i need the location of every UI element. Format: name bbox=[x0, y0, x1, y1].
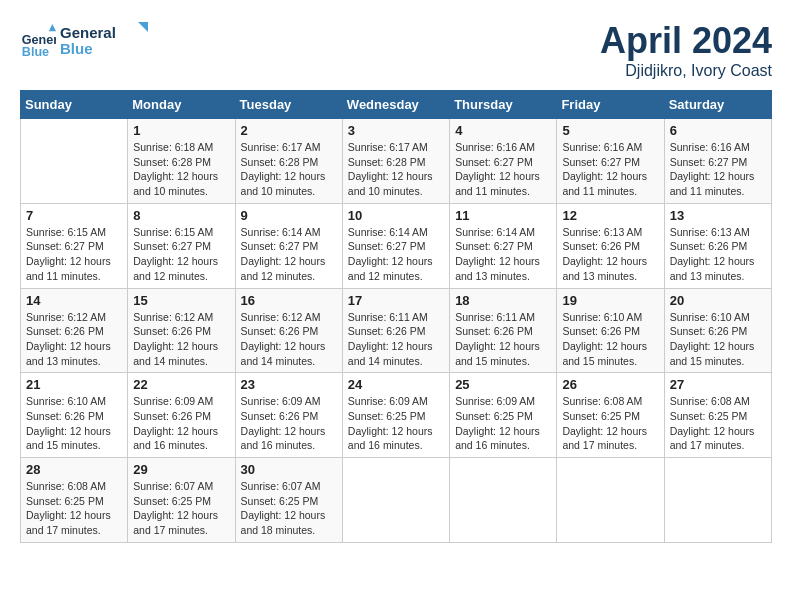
day-number: 8 bbox=[133, 208, 229, 223]
day-number: 7 bbox=[26, 208, 122, 223]
svg-marker-5 bbox=[138, 22, 148, 32]
day-number: 24 bbox=[348, 377, 444, 392]
svg-marker-2 bbox=[49, 24, 56, 31]
calendar-cell: 2Sunrise: 6:17 AMSunset: 6:28 PMDaylight… bbox=[235, 119, 342, 204]
calendar-cell: 26Sunrise: 6:08 AMSunset: 6:25 PMDayligh… bbox=[557, 373, 664, 458]
calendar-cell: 18Sunrise: 6:11 AMSunset: 6:26 PMDayligh… bbox=[450, 288, 557, 373]
day-info: Sunrise: 6:08 AMSunset: 6:25 PMDaylight:… bbox=[562, 394, 658, 453]
day-number: 10 bbox=[348, 208, 444, 223]
day-info: Sunrise: 6:12 AMSunset: 6:26 PMDaylight:… bbox=[241, 310, 337, 369]
day-info: Sunrise: 6:10 AMSunset: 6:26 PMDaylight:… bbox=[26, 394, 122, 453]
page-header: General Blue General Blue April 2024 Dji… bbox=[20, 20, 772, 80]
day-info: Sunrise: 6:09 AMSunset: 6:26 PMDaylight:… bbox=[133, 394, 229, 453]
day-number: 15 bbox=[133, 293, 229, 308]
calendar-cell: 11Sunrise: 6:14 AMSunset: 6:27 PMDayligh… bbox=[450, 203, 557, 288]
day-number: 14 bbox=[26, 293, 122, 308]
day-info: Sunrise: 6:14 AMSunset: 6:27 PMDaylight:… bbox=[348, 225, 444, 284]
calendar-week-4: 28Sunrise: 6:08 AMSunset: 6:25 PMDayligh… bbox=[21, 458, 772, 543]
location: Djidjikro, Ivory Coast bbox=[600, 62, 772, 80]
day-info: Sunrise: 6:09 AMSunset: 6:25 PMDaylight:… bbox=[348, 394, 444, 453]
calendar-cell: 23Sunrise: 6:09 AMSunset: 6:26 PMDayligh… bbox=[235, 373, 342, 458]
calendar-cell: 30Sunrise: 6:07 AMSunset: 6:25 PMDayligh… bbox=[235, 458, 342, 543]
calendar-cell bbox=[557, 458, 664, 543]
day-info: Sunrise: 6:12 AMSunset: 6:26 PMDaylight:… bbox=[133, 310, 229, 369]
day-info: Sunrise: 6:14 AMSunset: 6:27 PMDaylight:… bbox=[455, 225, 551, 284]
day-number: 5 bbox=[562, 123, 658, 138]
day-number: 18 bbox=[455, 293, 551, 308]
svg-text:Blue: Blue bbox=[60, 40, 93, 57]
calendar-cell: 8Sunrise: 6:15 AMSunset: 6:27 PMDaylight… bbox=[128, 203, 235, 288]
calendar-cell: 29Sunrise: 6:07 AMSunset: 6:25 PMDayligh… bbox=[128, 458, 235, 543]
day-info: Sunrise: 6:13 AMSunset: 6:26 PMDaylight:… bbox=[562, 225, 658, 284]
calendar-cell: 28Sunrise: 6:08 AMSunset: 6:25 PMDayligh… bbox=[21, 458, 128, 543]
day-number: 4 bbox=[455, 123, 551, 138]
day-header-friday: Friday bbox=[557, 91, 664, 119]
day-info: Sunrise: 6:08 AMSunset: 6:25 PMDaylight:… bbox=[670, 394, 766, 453]
calendar-cell: 5Sunrise: 6:16 AMSunset: 6:27 PMDaylight… bbox=[557, 119, 664, 204]
day-info: Sunrise: 6:10 AMSunset: 6:26 PMDaylight:… bbox=[670, 310, 766, 369]
day-number: 12 bbox=[562, 208, 658, 223]
day-info: Sunrise: 6:18 AMSunset: 6:28 PMDaylight:… bbox=[133, 140, 229, 199]
day-number: 22 bbox=[133, 377, 229, 392]
day-number: 29 bbox=[133, 462, 229, 477]
day-number: 28 bbox=[26, 462, 122, 477]
day-header-tuesday: Tuesday bbox=[235, 91, 342, 119]
day-info: Sunrise: 6:09 AMSunset: 6:26 PMDaylight:… bbox=[241, 394, 337, 453]
day-number: 9 bbox=[241, 208, 337, 223]
day-number: 27 bbox=[670, 377, 766, 392]
day-info: Sunrise: 6:17 AMSunset: 6:28 PMDaylight:… bbox=[241, 140, 337, 199]
day-header-monday: Monday bbox=[128, 91, 235, 119]
calendar-cell: 10Sunrise: 6:14 AMSunset: 6:27 PMDayligh… bbox=[342, 203, 449, 288]
day-number: 1 bbox=[133, 123, 229, 138]
calendar-week-1: 7Sunrise: 6:15 AMSunset: 6:27 PMDaylight… bbox=[21, 203, 772, 288]
day-info: Sunrise: 6:14 AMSunset: 6:27 PMDaylight:… bbox=[241, 225, 337, 284]
day-info: Sunrise: 6:07 AMSunset: 6:25 PMDaylight:… bbox=[133, 479, 229, 538]
day-number: 26 bbox=[562, 377, 658, 392]
day-info: Sunrise: 6:13 AMSunset: 6:26 PMDaylight:… bbox=[670, 225, 766, 284]
calendar-week-2: 14Sunrise: 6:12 AMSunset: 6:26 PMDayligh… bbox=[21, 288, 772, 373]
day-number: 30 bbox=[241, 462, 337, 477]
day-header-wednesday: Wednesday bbox=[342, 91, 449, 119]
month-title: April 2024 bbox=[600, 20, 772, 62]
calendar-week-3: 21Sunrise: 6:10 AMSunset: 6:26 PMDayligh… bbox=[21, 373, 772, 458]
day-info: Sunrise: 6:16 AMSunset: 6:27 PMDaylight:… bbox=[562, 140, 658, 199]
calendar-cell: 25Sunrise: 6:09 AMSunset: 6:25 PMDayligh… bbox=[450, 373, 557, 458]
day-number: 21 bbox=[26, 377, 122, 392]
calendar-cell: 20Sunrise: 6:10 AMSunset: 6:26 PMDayligh… bbox=[664, 288, 771, 373]
day-info: Sunrise: 6:12 AMSunset: 6:26 PMDaylight:… bbox=[26, 310, 122, 369]
calendar-cell bbox=[450, 458, 557, 543]
day-info: Sunrise: 6:15 AMSunset: 6:27 PMDaylight:… bbox=[26, 225, 122, 284]
day-info: Sunrise: 6:10 AMSunset: 6:26 PMDaylight:… bbox=[562, 310, 658, 369]
calendar-week-0: 1Sunrise: 6:18 AMSunset: 6:28 PMDaylight… bbox=[21, 119, 772, 204]
day-info: Sunrise: 6:11 AMSunset: 6:26 PMDaylight:… bbox=[455, 310, 551, 369]
day-number: 19 bbox=[562, 293, 658, 308]
calendar-cell: 6Sunrise: 6:16 AMSunset: 6:27 PMDaylight… bbox=[664, 119, 771, 204]
day-header-sunday: Sunday bbox=[21, 91, 128, 119]
day-info: Sunrise: 6:15 AMSunset: 6:27 PMDaylight:… bbox=[133, 225, 229, 284]
calendar-cell: 9Sunrise: 6:14 AMSunset: 6:27 PMDaylight… bbox=[235, 203, 342, 288]
logo: General Blue General Blue bbox=[20, 20, 150, 64]
calendar-cell bbox=[21, 119, 128, 204]
day-number: 6 bbox=[670, 123, 766, 138]
calendar-cell: 4Sunrise: 6:16 AMSunset: 6:27 PMDaylight… bbox=[450, 119, 557, 204]
logo-svg: General Blue bbox=[60, 20, 150, 60]
day-number: 11 bbox=[455, 208, 551, 223]
calendar-cell: 22Sunrise: 6:09 AMSunset: 6:26 PMDayligh… bbox=[128, 373, 235, 458]
day-info: Sunrise: 6:08 AMSunset: 6:25 PMDaylight:… bbox=[26, 479, 122, 538]
calendar-cell: 24Sunrise: 6:09 AMSunset: 6:25 PMDayligh… bbox=[342, 373, 449, 458]
calendar-cell: 15Sunrise: 6:12 AMSunset: 6:26 PMDayligh… bbox=[128, 288, 235, 373]
svg-text:General: General bbox=[60, 24, 116, 41]
day-number: 16 bbox=[241, 293, 337, 308]
calendar-cell: 12Sunrise: 6:13 AMSunset: 6:26 PMDayligh… bbox=[557, 203, 664, 288]
calendar-cell: 16Sunrise: 6:12 AMSunset: 6:26 PMDayligh… bbox=[235, 288, 342, 373]
day-info: Sunrise: 6:07 AMSunset: 6:25 PMDaylight:… bbox=[241, 479, 337, 538]
day-number: 3 bbox=[348, 123, 444, 138]
calendar-table: SundayMondayTuesdayWednesdayThursdayFrid… bbox=[20, 90, 772, 543]
day-number: 2 bbox=[241, 123, 337, 138]
calendar-cell: 7Sunrise: 6:15 AMSunset: 6:27 PMDaylight… bbox=[21, 203, 128, 288]
day-number: 20 bbox=[670, 293, 766, 308]
day-info: Sunrise: 6:17 AMSunset: 6:28 PMDaylight:… bbox=[348, 140, 444, 199]
day-number: 13 bbox=[670, 208, 766, 223]
day-header-thursday: Thursday bbox=[450, 91, 557, 119]
calendar-cell: 14Sunrise: 6:12 AMSunset: 6:26 PMDayligh… bbox=[21, 288, 128, 373]
